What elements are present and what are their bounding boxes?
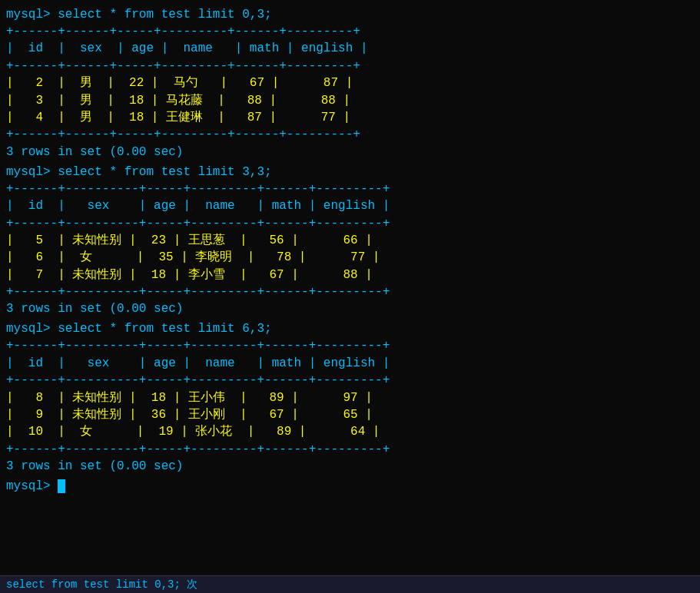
data-row-1-1: | 2 | 男 | 22 | 马勺 | 67 | 87 |: [6, 75, 694, 91]
terminal: mysql> select * from test limit 0,3; +--…: [6, 8, 694, 493]
border-bot-3: +------+----------+-----+---------+-----…: [6, 441, 694, 458]
header-3: | id | sex | age | name | math | english…: [6, 355, 694, 372]
cursor: [58, 479, 65, 493]
prompt-label-2: mysql>: [6, 165, 58, 179]
query-block-1: mysql> select * from test limit 0,3; +--…: [6, 8, 694, 159]
data-row-2-2: | 6 | 女 | 35 | 李晓明 | 78 | 77 |: [6, 249, 694, 266]
data-row-3-1: | 8 | 未知性别 | 18 | 王小伟 | 89 | 97 |: [6, 389, 694, 406]
bottom-bar-text: select from test limit 0,3; 次: [6, 578, 197, 591]
border-top-3: +------+----------+-----+---------+-----…: [6, 337, 694, 354]
final-prompt: mysql>: [6, 479, 694, 493]
border-top-1: +------+------+-----+---------+------+--…: [6, 23, 694, 40]
border-bot-2: +------+----------+-----+---------+-----…: [6, 283, 694, 300]
data-row-2-3: | 7 | 未知性别 | 18 | 李小雪 | 67 | 88 |: [6, 267, 694, 283]
prompt-1: mysql> select * from test limit 0,3;: [6, 8, 694, 22]
border-sep-3: +------+----------+-----+---------+-----…: [6, 372, 694, 389]
prompt-label-3: mysql>: [6, 322, 58, 336]
bottom-bar: select from test limit 0,3; 次: [0, 575, 700, 593]
data-row-1-2: | 3 | 男 | 18 | 马花藤 | 88 | 88 |: [6, 92, 694, 109]
data-row-3-3: | 10 | 女 | 19 | 张小花 | 89 | 64 |: [6, 423, 694, 440]
border-bot-1: +------+------+-----+---------+------+--…: [6, 126, 694, 143]
prompt-label-1: mysql>: [6, 8, 58, 22]
header-2: | id | sex | age | name | math | english…: [6, 197, 694, 214]
prompt-3: mysql> select * from test limit 6,3;: [6, 322, 694, 336]
sql-2: select * from test limit 3,3;: [58, 165, 271, 179]
sql-3: select * from test limit 6,3;: [58, 322, 271, 336]
data-row-3-2: | 9 | 未知性别 | 36 | 王小刚 | 67 | 65 |: [6, 406, 694, 423]
result-2: 3 rows in set (0.00 sec): [6, 302, 694, 316]
prompt-2: mysql> select * from test limit 3,3;: [6, 165, 694, 179]
result-3: 3 rows in set (0.00 sec): [6, 459, 694, 473]
query-block-3: mysql> select * from test limit 6,3; +--…: [6, 322, 694, 473]
data-row-1-3: | 4 | 男 | 18 | 王健琳 | 87 | 77 |: [6, 109, 694, 126]
query-block-2: mysql> select * from test limit 3,3; +--…: [6, 165, 694, 316]
header-1: | id | sex | age | name | math | english…: [6, 40, 694, 57]
border-top-2: +------+----------+-----+---------+-----…: [6, 181, 694, 197]
data-row-2-1: | 5 | 未知性别 | 23 | 王思葱 | 56 | 66 |: [6, 232, 694, 249]
border-sep-2: +------+----------+-----+---------+-----…: [6, 215, 694, 232]
result-1: 3 rows in set (0.00 sec): [6, 145, 694, 159]
border-sep-1: +------+------+-----+---------+------+--…: [6, 58, 694, 75]
sql-1: select * from test limit 0,3;: [58, 8, 271, 22]
